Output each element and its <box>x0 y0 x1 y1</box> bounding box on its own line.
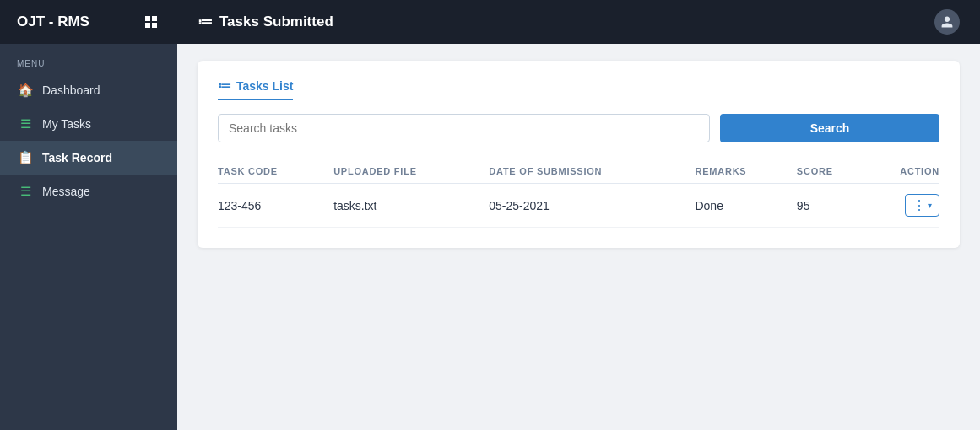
sidebar-item-message[interactable]: ☰ Message <box>0 175 177 208</box>
user-avatar[interactable] <box>934 9 960 35</box>
topbar: ≔ Tasks Submitted <box>177 0 980 44</box>
tasks-card: ≔ Tasks List Search TASK CODE UPLOADED F… <box>198 61 960 248</box>
cell-score: 95 <box>797 184 873 228</box>
tab-label: Tasks List <box>236 79 293 93</box>
tasks-table: TASK CODE UPLOADED FILE DATE OF SUBMISSI… <box>218 159 939 228</box>
tab-icon: ≔ <box>218 78 231 94</box>
col-date-submission: DATE OF SUBMISSION <box>489 159 695 184</box>
cell-task-code: 123-456 <box>218 184 333 228</box>
brand-title: OJT - RMS <box>17 13 89 30</box>
search-input[interactable] <box>218 114 710 142</box>
sidebar-item-dashboard[interactable]: 🏠 Dashboard <box>0 73 177 107</box>
cell-date-submission: 05-25-2021 <box>489 184 695 228</box>
cell-uploaded-file: tasks.txt <box>333 184 489 228</box>
svg-rect-0 <box>145 16 150 21</box>
grid-icon <box>142 13 160 31</box>
table-header-row: TASK CODE UPLOADED FILE DATE OF SUBMISSI… <box>218 159 939 184</box>
dashboard-icon: 🏠 <box>17 83 34 98</box>
col-uploaded-file: UPLOADED FILE <box>333 159 489 184</box>
menu-label: MENU <box>0 44 177 73</box>
tasks-list-tab[interactable]: ≔ Tasks List <box>218 78 293 100</box>
task-record-icon: 📋 <box>17 150 34 165</box>
search-row: Search <box>218 114 939 142</box>
svg-rect-2 <box>145 23 150 28</box>
sidebar-brand: OJT - RMS <box>0 0 177 44</box>
col-action: ACTION <box>873 159 939 184</box>
col-remarks: REMARKS <box>695 159 796 184</box>
search-button[interactable]: Search <box>720 114 939 142</box>
main-area: ≔ Tasks Submitted ≔ Tasks List Search <box>177 0 980 430</box>
action-button[interactable]: ⋮ ▾ <box>905 194 939 217</box>
message-icon: ☰ <box>17 184 34 199</box>
action-chevron-icon: ▾ <box>928 201 932 210</box>
table-row: 123-456 tasks.txt 05-25-2021 Done 95 ⋮ ▾ <box>218 184 939 228</box>
page-title-icon: ≔ <box>198 13 213 31</box>
page-title: ≔ Tasks Submitted <box>198 13 333 31</box>
action-dots-icon: ⋮ <box>912 197 926 213</box>
sidebar-item-label-message: Message <box>42 185 90 198</box>
content-area: ≔ Tasks List Search TASK CODE UPLOADED F… <box>177 44 980 430</box>
svg-rect-3 <box>152 23 157 28</box>
sidebar-item-label-my-tasks: My Tasks <box>42 117 91 131</box>
col-task-code: TASK CODE <box>218 159 333 184</box>
page-title-text: Tasks Submitted <box>219 13 333 30</box>
col-score: SCORE <box>797 159 873 184</box>
sidebar-item-task-record[interactable]: 📋 Task Record <box>0 141 177 175</box>
cell-action: ⋮ ▾ <box>873 184 939 228</box>
svg-rect-1 <box>152 16 157 21</box>
sidebar-item-my-tasks[interactable]: ☰ My Tasks <box>0 107 177 141</box>
my-tasks-icon: ☰ <box>17 116 34 132</box>
sidebar-item-label-dashboard: Dashboard <box>42 83 100 97</box>
sidebar-item-label-task-record: Task Record <box>42 151 112 164</box>
sidebar: OJT - RMS MENU 🏠 Dashboard ☰ My Tasks 📋 … <box>0 0 177 430</box>
cell-remarks: Done <box>695 184 796 228</box>
